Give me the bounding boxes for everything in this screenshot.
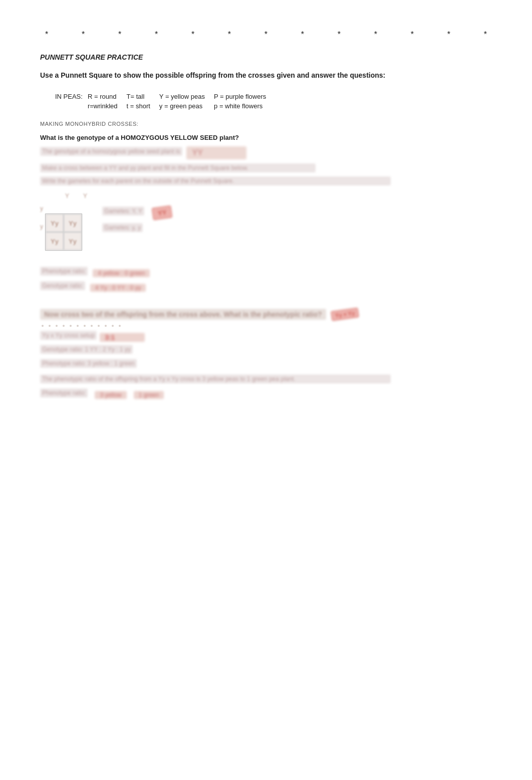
- star-12: *: [447, 30, 450, 39]
- punnett-col-label-1: Y: [58, 192, 76, 200]
- sub-text-2: Genotype ratio: 1 YY : 2 Yy : 1 yy: [40, 345, 133, 354]
- answer-yy: YY: [186, 146, 246, 159]
- blurred-answer-text-1: The genotype of a homozygous yellow seed…: [40, 147, 182, 156]
- phenotype-ratio-label: Phenotype ratio:: [40, 267, 88, 276]
- sub-line-3: Phenotype ratio: 3 yellow : 1 green: [40, 359, 492, 371]
- star-7: *: [264, 30, 268, 39]
- legend-t-short: t = short: [127, 101, 159, 111]
- sub-blurred-lines: Yy x Yy cross setup 3:1 Genotype ratio: …: [40, 331, 492, 371]
- genotype-ratio-answer: 4 Yy : 0 YY : 0 yy: [90, 284, 146, 292]
- blurred-line-3: Write the gametes for each parent on the…: [40, 176, 391, 185]
- sub-line-2: Genotype ratio: 1 YY : 2 Yy : 1 yy: [40, 345, 492, 357]
- sub-line-1: Yy x Yy cross setup 3:1: [40, 331, 492, 343]
- legend-r-wrinkled: r=wrinkled: [88, 101, 127, 111]
- legend-y-green: y = green peas: [159, 101, 214, 111]
- star-3: *: [118, 30, 121, 39]
- section-label: MAKING MONOHYBRID CROSSES:: [40, 121, 492, 127]
- star-8: *: [301, 30, 304, 39]
- sub-answer-1: 3:1: [100, 333, 145, 342]
- star-6: *: [228, 30, 231, 39]
- star-4: *: [155, 30, 158, 39]
- punnett-cell-2: Yy: [64, 214, 82, 232]
- stamp-annotation: YY: [152, 205, 173, 220]
- star-2: *: [82, 30, 85, 39]
- question-2-row: Now cross two of the offspring from the …: [40, 309, 492, 320]
- gametes-labels: Gametes: Y, Y YY Gametes: y, y: [102, 198, 172, 236]
- gametes-parent2-label: Gametes: y, y: [102, 223, 143, 232]
- phenotype-ratio-group: Phenotype ratio: 4 yellow : 0 green Geno…: [40, 267, 492, 294]
- divider-row: [40, 325, 492, 327]
- phenotype-ratio-answer: 4 yellow : 0 green: [93, 269, 150, 277]
- star-5: *: [191, 30, 194, 39]
- footer-row: Phenotype ratio: 3 yellow 1 green: [40, 388, 492, 401]
- stars-row: * * * * * * * * * * * * *: [40, 30, 492, 39]
- punnett-grid: Yy Yy Yy Yy: [45, 214, 82, 251]
- legend-r-round: R = round: [88, 92, 127, 101]
- legend-p-white: p = white flowers: [214, 101, 275, 111]
- question-1: What is the genotype of a HOMOZYGOUS YEL…: [40, 134, 492, 141]
- legend-t-tall: T= tall: [127, 92, 159, 101]
- punnett-col-label-2: Y: [76, 192, 94, 200]
- punnett-cell-3: Yy: [46, 232, 64, 250]
- star-1: *: [45, 30, 48, 39]
- star-13: *: [484, 30, 487, 39]
- intro-paragraph: Use a Punnett Square to show the possibl…: [40, 70, 451, 81]
- star-9: *: [338, 30, 341, 39]
- sub-text-1: Yy x Yy cross setup: [40, 331, 97, 340]
- gametes-parent1-label: Gametes: Y, Y: [102, 207, 144, 216]
- footer-answer-yellow: 3 yellow: [95, 391, 126, 399]
- punnett-row-labels: y y: [40, 200, 45, 236]
- punnett-area: Y Y y y Yy Yy Yy Yy Gametes: Y, Y YY Gam…: [40, 192, 492, 251]
- question-2-stamp: Yy × Yy: [330, 307, 359, 321]
- question-2-text: Now cross two of the offspring from the …: [40, 309, 326, 320]
- punnett-row-label-2: y: [40, 218, 45, 236]
- punnett-row-label-1: y: [40, 200, 45, 218]
- final-blurred-wide: The phenotypic ratio of the offspring fr…: [40, 374, 391, 383]
- genotype-ratio-label: Genotype ratio:: [40, 281, 85, 290]
- footer-answer-green: 1 green: [134, 391, 164, 399]
- legend-section: IN PEAS: R = round T= tall Y = yellow pe…: [55, 92, 492, 111]
- sub-text-3: Phenotype ratio: 3 yellow : 1 green: [40, 359, 137, 368]
- legend-p-purple: P = purple flowers: [214, 92, 275, 101]
- legend-label: IN PEAS:: [55, 92, 88, 101]
- punnett-cell-1: Yy: [46, 214, 64, 232]
- blurred-line-2: Make a cross between a YY and yy plant a…: [40, 163, 316, 172]
- star-11: *: [411, 30, 414, 39]
- punnett-cell-4: Yy: [64, 232, 82, 250]
- punnett-full: Y Y y y Yy Yy Yy Yy: [40, 192, 94, 251]
- star-10: *: [374, 30, 377, 39]
- page-title: PUNNETT SQUARE PRACTICE: [40, 53, 492, 61]
- footer-label: Phenotype ratio:: [40, 388, 88, 398]
- legend-y-yellow: Y = yellow peas: [159, 92, 214, 101]
